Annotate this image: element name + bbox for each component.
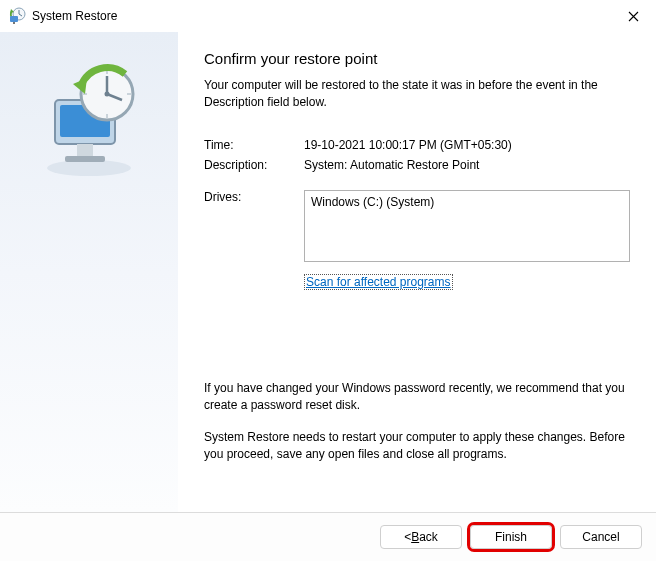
intro-text: Your computer will be restored to the st… [204,77,630,112]
titlebar: System Restore [0,0,656,32]
restart-note: System Restore needs to restart your com… [204,429,630,464]
description-row: Description: System: Automatic Restore P… [204,158,630,172]
svg-rect-3 [13,22,15,24]
page-heading: Confirm your restore point [204,50,630,67]
close-button[interactable] [610,0,656,32]
notes: If you have changed your Windows passwor… [204,380,630,464]
svg-rect-2 [10,16,18,22]
svg-rect-7 [77,144,93,156]
time-value: 19-10-2021 10:00:17 PM (GMT+05:30) [304,138,630,152]
time-row: Time: 19-10-2021 10:00:17 PM (GMT+05:30) [204,138,630,152]
drives-row: Drives: Windows (C:) (System) [204,190,630,262]
drive-entry: Windows (C:) (System) [311,195,623,209]
scan-affected-programs-link[interactable]: Scan for affected programs [304,274,453,290]
drives-list: Windows (C:) (System) [304,190,630,262]
svg-rect-8 [65,156,105,162]
time-label: Time: [204,138,304,152]
description-value: System: Automatic Restore Point [304,158,630,172]
body: Confirm your restore point Your computer… [0,32,656,512]
footer: < Back Finish Cancel [0,512,656,561]
sidebar [0,32,178,512]
svg-point-4 [47,160,131,176]
window-title: System Restore [32,9,610,23]
system-restore-icon [8,7,26,25]
back-button[interactable]: < Back [380,525,462,549]
content: Confirm your restore point Your computer… [178,32,656,512]
password-note: If you have changed your Windows passwor… [204,380,630,415]
finish-button[interactable]: Finish [470,525,552,549]
description-label: Description: [204,158,304,172]
drives-label: Drives: [204,190,304,262]
restore-graphic-icon [29,60,149,180]
cancel-button[interactable]: Cancel [560,525,642,549]
